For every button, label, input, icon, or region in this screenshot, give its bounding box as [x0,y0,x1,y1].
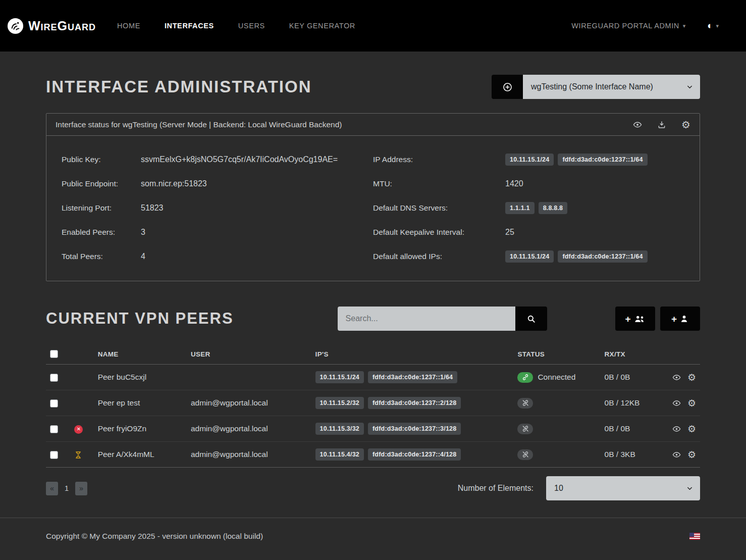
peer-name: Peer buC5cxjl [94,365,187,390]
peer-checkbox[interactable] [50,425,58,433]
peer-rxtx: 0B / 0B [601,365,668,390]
peer-checkbox[interactable] [50,451,58,459]
chevron-down-icon [686,83,694,91]
ip-badge: fdfd:d3ad:c0de:1237::2/128 [368,397,461,409]
pagination-next-button[interactable]: » [75,482,87,495]
search-icon [526,314,536,324]
peer-user [187,365,311,390]
column-user: USER [187,344,311,365]
add-interface-button[interactable] [492,75,523,99]
peer-name: Peer fryiO9Zn [94,416,187,442]
view-config-icon[interactable] [633,120,642,129]
plus-circle-icon [502,82,513,92]
value-badge: fdfd:d3ad:c0de:1237::1/64 [558,250,647,263]
public-key-value: ssvmEelxG+k8jsNO5G7cq5r/Ak7IiCodAvOyoCg1… [141,155,338,164]
info-row: Default Keepalive Interval: 25 [373,220,684,244]
value-badge: fdfd:d3ad:c0de:1237::1/64 [558,154,647,166]
peer-rxtx: 0B / 12KB [601,390,668,416]
people-icon [633,314,646,324]
elements-count-select[interactable]: 10 [546,476,700,500]
download-config-icon[interactable] [657,120,666,129]
select-all-checkbox[interactable] [50,350,58,358]
info-label: Enabled Peers: [62,228,141,237]
peer-settings-icon[interactable]: ⚙ [687,450,696,460]
peer-view-icon[interactable] [672,425,681,433]
nav-item-key-generator[interactable]: KEY GENERATOR [289,22,355,30]
info-row: Total Peers: 4 [62,244,373,269]
info-label: IP Address: [373,155,505,164]
brand-text: WireGuard [28,19,96,33]
wireguard-logo-icon [7,18,24,34]
peer-view-icon[interactable] [672,373,681,382]
add-peer-button[interactable]: + [660,307,700,331]
mtu-value: 1420 [505,179,523,188]
peer-checkbox[interactable] [50,374,58,382]
peer-status: Connected [513,365,600,390]
peer-ips: 10.11.15.1/24fdfd:d3ad:c0de:1237::1/64 [311,365,514,390]
peers-table: NAME USER IP'S STATUS RX/TX Peer buC5cxj… [46,344,700,468]
connected-link-icon [517,372,533,383]
nav-item-users[interactable]: USERS [238,22,265,30]
pagination-page-1[interactable]: 1 [61,482,73,495]
brand[interactable]: WireGuard [7,18,96,34]
search-group [338,307,547,331]
peer-name: Peer ep test [94,390,187,416]
theme-toggle-button[interactable]: ◐ ▾ [707,20,719,31]
keepalive-value: 25 [505,228,514,237]
interface-status-title: Interface status for wgTesting (Server M… [56,120,342,129]
column-ips: IP'S [311,344,514,365]
admin-dropdown[interactable]: WIREGUARD PORTAL ADMIN ▾ [571,22,686,30]
allowed-ips-badges: 10.11.15.1/24fdfd:d3ad:c0de:1237::1/64 [505,250,648,263]
search-button[interactable] [515,307,547,331]
info-row: Default allowed IPs: 10.11.15.1/24fdfd:d… [373,244,684,269]
admin-dropdown-label: WIREGUARD PORTAL ADMIN [571,22,679,30]
interface-settings-icon[interactable]: ⚙ [681,120,690,130]
peer-view-icon[interactable] [672,399,681,408]
enabled-peers-value: 3 [141,228,145,237]
public-endpoint-value: som.nicr.ep:51823 [141,179,207,188]
value-badge: 1.1.1.1 [505,202,535,214]
column-rxtx: RX/TX [601,344,668,365]
peer-view-icon[interactable] [672,450,681,459]
info-label: Total Peers: [62,252,141,261]
pagination: « 1 » [46,482,87,495]
peer-ips: 10.11.15.4/32fdfd:d3ad:c0de:1237::4/128 [311,442,514,468]
ip-badge: 10.11.15.1/24 [315,371,364,383]
peer-settings-icon[interactable]: ⚙ [687,373,696,382]
peer-status [513,416,600,442]
info-row: Enabled Peers: 3 [62,220,373,244]
peer-row: Peer ep testadmin@wgportal.local10.11.15… [46,390,700,416]
info-row: Public Key: ssvmEelxG+k8jsNO5G7cq5r/Ak7I… [62,147,373,172]
peer-settings-icon[interactable]: ⚙ [687,398,696,408]
us-flag-icon[interactable] [689,533,700,540]
peer-user: admin@wgportal.local [187,442,311,468]
peer-checkbox[interactable] [50,399,58,408]
plus-icon: + [625,314,631,324]
value-badge: 10.11.15.1/24 [505,154,554,166]
add-multiple-peers-button[interactable]: + [615,307,655,331]
info-label: Listening Port: [62,203,141,213]
info-label: Default allowed IPs: [373,252,505,261]
info-row: Public Endpoint: som.nicr.ep:51823 [62,172,373,196]
search-input[interactable] [338,307,515,331]
listening-port-value: 51823 [141,203,164,213]
interface-select[interactable]: wgTesting (Some Interface Name) [523,75,700,99]
peer-row: Peer buC5cxjl10.11.15.1/24fdfd:d3ad:c0de… [46,365,700,390]
disconnected-link-slash-icon [517,449,533,460]
peer-rxtx: 0B / 3KB [601,442,668,468]
interface-picker: wgTesting (Some Interface Name) [492,75,700,99]
nav-item-interfaces[interactable]: INTERFACES [165,22,214,30]
value-badge: 8.8.8.8 [539,202,568,214]
peer-status [513,442,600,468]
disconnected-link-slash-icon [517,424,533,434]
total-peers-value: 4 [141,252,145,261]
navbar: WireGuard HOME INTERFACES USERS KEY GENE… [0,0,746,52]
peer-settings-icon[interactable]: ⚙ [687,424,696,434]
caret-down-icon: ▾ [716,23,719,29]
interface-select-value: wgTesting (Some Interface Name) [531,82,653,91]
chevron-down-icon [686,485,694,492]
pagination-prev-button[interactable]: « [46,482,58,495]
nav-item-home[interactable]: HOME [117,22,140,30]
ip-badge: 10.11.15.2/32 [315,397,364,409]
column-status: STATUS [513,344,600,365]
